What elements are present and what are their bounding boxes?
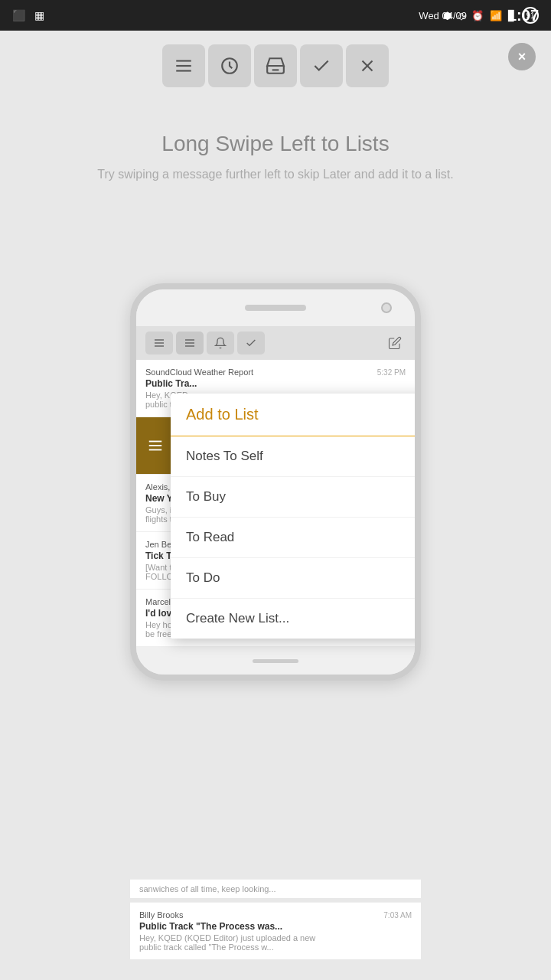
phone-home-indicator bbox=[253, 659, 298, 663]
swipe-action-icon-area bbox=[136, 417, 174, 474]
later-toolbar-button[interactable] bbox=[208, 44, 251, 87]
status-bar-left-icons: ⬛ ▦ bbox=[12, 9, 44, 21]
phone-menu-button[interactable] bbox=[145, 332, 173, 354]
inbox-icon bbox=[266, 56, 285, 76]
close-circle-button[interactable]: × bbox=[508, 43, 536, 70]
check-icon bbox=[311, 56, 331, 76]
close-toolbar-button[interactable] bbox=[346, 44, 389, 87]
bottom-email-sender: Billy Brooks bbox=[139, 910, 183, 920]
dropdown-item-to-read[interactable]: To Read bbox=[171, 518, 421, 558]
list-swipe-icon bbox=[147, 437, 164, 454]
email-sender-1: SoundCloud Weather Report bbox=[145, 368, 253, 377]
list-icon bbox=[174, 56, 194, 76]
phone-bell-button[interactable] bbox=[207, 332, 234, 354]
phone-bottom-bar bbox=[136, 647, 415, 675]
instruction-area: Long Swipe Left to Lists Try swiping a m… bbox=[0, 101, 551, 199]
instruction-headline: Long Swipe Left to Lists bbox=[161, 132, 389, 156]
phone-camera bbox=[381, 302, 392, 313]
phone-edit-button[interactable] bbox=[384, 332, 406, 354]
clock-icon bbox=[220, 56, 240, 76]
email-subject-1: Public Tra... bbox=[145, 378, 406, 389]
add-to-list-dropdown: Add to List Notes To Self To Buy To Read… bbox=[171, 394, 421, 639]
main-toolbar bbox=[0, 31, 551, 101]
phone-app-toolbar bbox=[136, 326, 415, 360]
grid-icon: ▦ bbox=[34, 9, 44, 21]
status-date: Wed 04/09 bbox=[419, 10, 467, 21]
phone-mockup-wrapper: SoundCloud Weather Report 5:32 PM Public… bbox=[130, 283, 421, 681]
inbox-toolbar-button[interactable] bbox=[254, 44, 297, 87]
dropdown-header-text: Add to List bbox=[186, 406, 259, 423]
status-time: 1:07 bbox=[508, 7, 539, 24]
phone-speaker bbox=[245, 305, 306, 311]
wifi-icon: 📶 bbox=[490, 10, 502, 21]
dropdown-item-to-buy[interactable]: To Buy bbox=[171, 477, 421, 518]
bottom-email-time: 7:03 AM bbox=[383, 911, 412, 920]
bottom-email-preview-2: public track called "The Process w... bbox=[139, 942, 412, 952]
below-phone-email-preview: sanwiches of all time, keep looking... bbox=[130, 879, 421, 898]
bottom-email-item[interactable]: Billy Brooks 7:03 AM Public Track "The P… bbox=[130, 902, 421, 959]
bottom-email-subject: Public Track "The Process was... bbox=[139, 921, 412, 932]
screen-icon: ⬛ bbox=[12, 9, 25, 21]
phone-email-app: SoundCloud Weather Report 5:32 PM Public… bbox=[136, 360, 415, 647]
close-x-icon bbox=[357, 56, 377, 76]
email-time-1: 5:32 PM bbox=[377, 368, 406, 377]
phone-list-button[interactable] bbox=[176, 332, 204, 354]
done-toolbar-button[interactable] bbox=[300, 44, 343, 87]
bottom-email-preview-1: Hey, KQED (KQED Editor) just uploaded a … bbox=[139, 933, 412, 942]
instruction-subtext: Try swiping a message further left to sk… bbox=[97, 165, 453, 184]
below-email-preview: sanwiches of all time, keep looking... bbox=[139, 884, 412, 893]
dropdown-item-notes-to-self[interactable]: Notes To Self bbox=[171, 436, 421, 477]
dropdown-item-to-do[interactable]: To Do bbox=[171, 558, 421, 599]
phone-mockup: SoundCloud Weather Report 5:32 PM Public… bbox=[130, 283, 421, 681]
status-bar: ⬛ ▦ ⬢ ◇ ⏰ 📶 ▊ 91 Wed 04/09 1:07 bbox=[0, 0, 551, 31]
dropdown-header: Add to List bbox=[171, 394, 421, 436]
phone-check-button[interactable] bbox=[237, 332, 265, 354]
dropdown-item-create-new-list[interactable]: Create New List... bbox=[171, 599, 421, 639]
list-toolbar-button[interactable] bbox=[162, 44, 205, 87]
alarm-icon: ⏰ bbox=[471, 10, 484, 21]
phone-top-bar bbox=[136, 289, 415, 326]
